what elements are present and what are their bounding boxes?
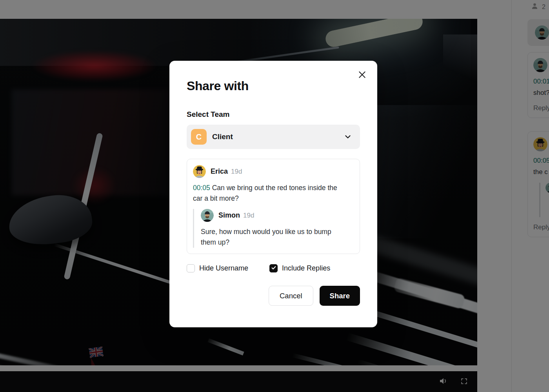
hide-username-checkbox[interactable] [187,264,195,272]
erica-avatar [193,165,206,178]
team-badge: C [191,129,207,145]
chevron-down-icon [344,132,352,141]
comment-author: Erica [211,167,228,176]
share-button[interactable]: Share [320,286,360,306]
hide-username-label[interactable]: Hide Username [199,264,248,272]
close-icon [358,70,367,80]
include-replies-option[interactable]: Include Replies [269,264,330,272]
close-button[interactable] [356,69,368,81]
share-modal: Share with Select Team C Client Erica 19… [169,61,377,327]
reply-age: 19d [243,212,254,220]
select-team-label: Select Team [187,110,360,119]
checkmark-icon [271,265,276,272]
simon-avatar [201,209,214,222]
comment-age: 19d [231,168,242,176]
hide-username-option[interactable]: Hide Username [187,264,248,272]
include-replies-checkbox[interactable] [269,264,278,272]
selected-team-name: Client [212,132,233,141]
modal-title: Share with [187,79,360,93]
app-window: 2 00:01 shot? Reply 00:05 the c Su bu Re… [0,0,549,392]
reply-author: Simon [218,211,240,220]
include-replies-label[interactable]: Include Replies [282,264,330,272]
cancel-button[interactable]: Cancel [269,286,313,306]
comment-preview-card: Erica 19d 00:05 Can we bring out the red… [187,159,360,254]
comment-reply: Simon 19d Sure, how much would you like … [193,209,354,248]
comment-timestamp[interactable]: 00:05 [193,184,210,192]
reply-text: Sure, how much would you like us to bump… [201,228,331,246]
team-select-dropdown[interactable]: C Client [187,125,360,149]
comment-text: Can we bring out the red tones inside th… [193,184,337,202]
